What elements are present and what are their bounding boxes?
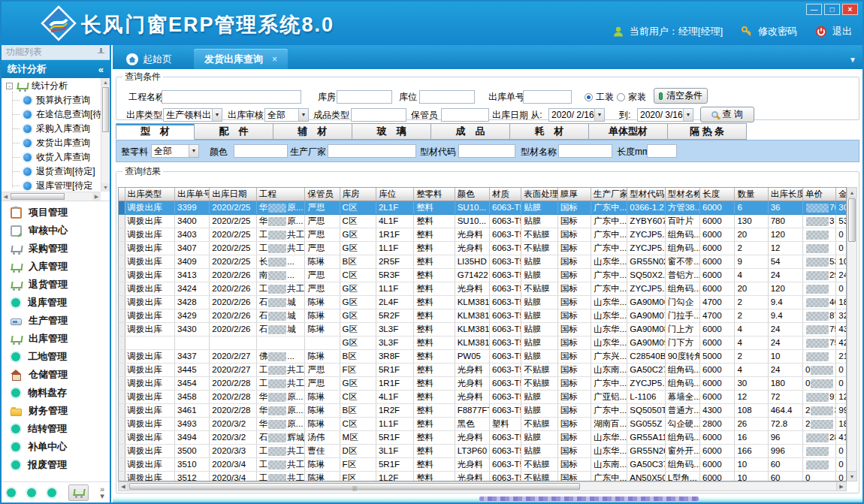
column-header[interactable]: 出库单号 [175,188,210,201]
scroll-thumb[interactable] [102,87,109,132]
clear-conditions-button[interactable]: 清空条件 [654,88,708,104]
tree-vertical-scrollbar[interactable]: ▲ ▼ [101,78,110,192]
table-row[interactable]: 调拨出库34132020/2/26南...严思C区5R3F整料G71422606… [119,269,847,282]
project-name-input[interactable] [162,90,301,104]
sidebar-item-11[interactable]: 财务管理 [2,402,110,420]
radio-gongzhuang[interactable]: 工装 [585,90,614,104]
column-header[interactable]: 型材名称 [665,188,699,201]
order-no-input[interactable] [523,90,572,104]
table-row[interactable]: 调拨出库34452020/2/27工共工程严思F区5R1F整料光身料6063-T… [119,364,847,377]
column-header[interactable]: 出库长度 [768,188,802,201]
tree-horizontal-scrollbar[interactable]: ◀ ▶ [2,192,101,201]
material-tab-5[interactable]: 耗 材 [510,123,589,140]
grid-vertical-scrollbar[interactable]: ▲ ▼ [847,187,857,481]
warehouse-input[interactable] [337,90,392,104]
column-header[interactable]: 保管员 [305,188,340,201]
scroll-thumb[interactable] [848,198,856,242]
scroll-left-arrow-icon[interactable]: ◀ [2,192,10,201]
chevron-down-icon[interactable]: ▼ [189,145,198,157]
whole-piece-select[interactable]: 全部▼ [151,144,199,158]
tree-expander-icon[interactable]: - [6,83,13,89]
table-row[interactable]: 调拨出库34282020/2/26石城陈琳G区2L4F整料KLM38176063… [119,296,847,309]
module-dot-icon[interactable] [47,488,56,497]
column-header[interactable]: 出库日期 [210,188,256,201]
color-input[interactable] [234,144,288,158]
column-header[interactable]: 材质 [490,188,521,201]
date-to-select[interactable]: 2020/ 3/16▼ [637,108,693,122]
grid-horizontal-scrollbar[interactable]: ◀ ▶ [118,481,847,491]
logout-button[interactable]: 退出 [832,25,852,38]
tree-item-5[interactable]: 退货查询[待定] [2,164,101,179]
column-header[interactable]: 工程 [256,188,304,201]
length-input[interactable] [647,144,677,158]
maximize-button[interactable]: □ [824,4,840,15]
material-tab-7[interactable]: 隔 热 条 [668,123,747,140]
column-header[interactable]: 金额 [836,188,847,201]
scroll-left-arrow-icon[interactable]: ◀ [119,482,128,490]
table-row[interactable]: 调拨出库33992020/2/25华原...严思C区2L1F整料SU10...6… [119,201,847,215]
scroll-thumb[interactable] [129,483,580,490]
chevron-down-icon[interactable]: ▼ [298,109,308,121]
sidebar-item-1[interactable]: 审核中心 [2,222,110,240]
profile-code-input[interactable] [458,144,515,158]
tab-shipment-outbound-query[interactable]: 发货出库查询 × [194,49,288,69]
material-tab-3[interactable]: 玻 璃 [352,123,431,140]
sidebar-item-8[interactable]: 工地管理 [2,348,110,366]
date-from-select[interactable]: 2020/ 2/16▼ [548,108,605,122]
collapse-icon[interactable]: « [98,64,104,75]
tab-close-icon[interactable]: × [272,54,277,65]
tree-root[interactable]: - 统计分析 [2,78,110,93]
scroll-thumb[interactable] [11,193,65,200]
tree-item-3[interactable]: 发货出库查询 [2,136,101,150]
sidebar-item-12[interactable]: 结转管理 [2,420,110,438]
material-tab-6[interactable]: 单体型材 [589,123,668,140]
chevron-down-icon[interactable]: ▼ [594,109,604,121]
scroll-right-arrow-icon[interactable]: ▶ [836,482,846,490]
sidebar-item-13[interactable]: 补单中心 [2,438,110,456]
out-type-select[interactable]: 生产领料出库▼ [163,108,222,122]
table-row[interactable]: 调拨出库34542020/2/28工共工程严思G区1R1F整料光身料6063-T… [119,377,847,391]
sidebar-item-2[interactable]: 采购管理 [2,240,110,258]
scroll-up-arrow-icon[interactable]: ▲ [101,78,110,86]
table-row[interactable]: 调拨出库35002020/3/3工共工程曹佳D区3L1F整料LT3P606063… [119,445,847,458]
column-header[interactable]: 库房 [340,188,376,201]
tree-item-2[interactable]: 采购入库查询 [2,122,101,136]
material-tab-4[interactable]: 成 品 [431,123,510,140]
sidebar-item-9[interactable]: 仓储管理 [2,366,110,384]
column-header[interactable]: 表面处理 [521,188,557,201]
module-dot-icon[interactable] [7,488,16,497]
table-row[interactable]: 调拨出库34002020/2/25华原...严思C区4L1F整料SU10...6… [119,215,847,228]
table-row[interactable]: 调拨出库34032020/2/25工共工程严思G区1R1F整料光身料6063-T… [119,228,847,242]
tab-start-page[interactable]: 起始页 [117,49,181,69]
change-password-button[interactable]: 修改密码 [758,25,797,38]
scroll-down-arrow-icon[interactable]: ▼ [101,183,110,192]
material-tab-0[interactable]: 型 材 [116,123,195,140]
out-audit-select[interactable]: 全部▼ [264,108,309,122]
material-tab-1[interactable]: 配 件 [195,123,273,140]
minimize-button[interactable]: — [806,4,822,15]
section-header[interactable]: 统计分析 « [2,60,110,78]
table-row[interactable]: 调拨出库34302020/2/26石城陈琳G区3L3F整料KLM38176063… [119,323,847,337]
scroll-right-arrow-icon[interactable]: ▶ [92,192,101,201]
table-row[interactable]: 调拨出库34582020/2/28华原...陈琳C区4L1F整料光身料6063-… [119,391,847,404]
more-modules-button[interactable]: »▾ [100,486,104,499]
column-header[interactable]: 颜色 [455,188,489,201]
tab-overflow-icon[interactable]: ▼ [849,56,856,64]
sidebar-item-10[interactable]: 物料盘存 [2,384,110,402]
column-header[interactable]: 库位 [376,188,413,201]
table-row[interactable]: 调拨出库35122020/3/4工共工程陈琳F区1L2F整料光身料6063-T5… [119,472,847,482]
table-row[interactable]: 调拨出库34092020/2/25长...陈琳B区2R5F整料LI35HD606… [119,255,847,269]
sidebar-item-4[interactable]: 退货管理 [2,276,110,294]
column-header[interactable]: 单价 [803,188,836,201]
table-row[interactable]: 调拨出库34072020/2/25工共工程严思G区1L1F整料光身料6063-T… [119,242,847,255]
close-button[interactable]: × [842,4,858,15]
scroll-down-arrow-icon[interactable]: ▼ [847,471,856,481]
column-header[interactable]: 出库类型 [125,188,174,201]
radio-jiazhuang[interactable]: 家装 [617,90,646,104]
column-header[interactable]: 生产厂家 [591,188,627,201]
scroll-up-arrow-icon[interactable]: ▲ [847,188,856,198]
table-row[interactable]: 调拨出库34942020/3/2石辉城汤伟M区5R1F整料光身料6063-T5贴… [119,431,847,445]
table-row[interactable]: 调拨出库34612020/2/28华原...陈琳B区1R2F整料F8877FT6… [119,404,847,418]
sidebar-item-0[interactable]: 项目管理 [2,204,110,222]
keeper-input[interactable] [441,108,489,122]
